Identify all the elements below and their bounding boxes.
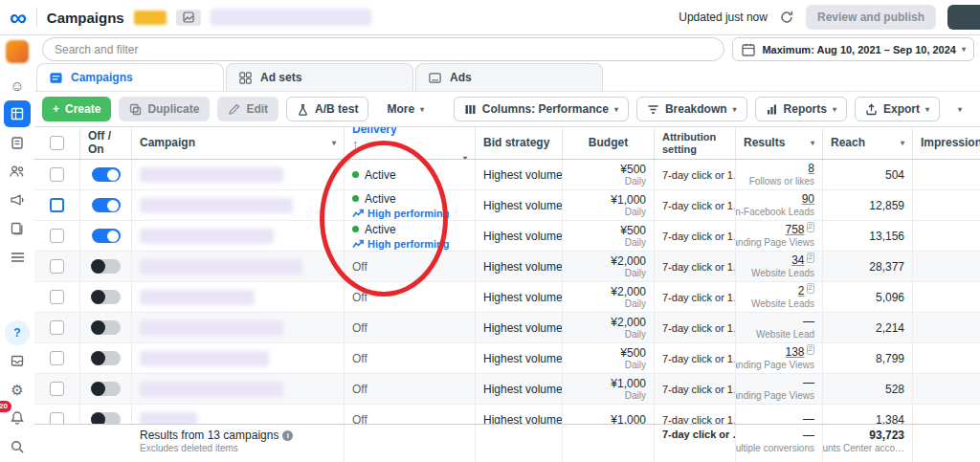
business-logo-redacted[interactable] bbox=[6, 40, 29, 63]
topbar-dark-cutoff-button[interactable] bbox=[947, 5, 980, 30]
sidebar-item-all-tools[interactable] bbox=[4, 244, 31, 271]
header-results[interactable]: Results▾ bbox=[736, 127, 823, 159]
results-footnote: 2 bbox=[807, 253, 814, 263]
create-button[interactable]: +Create bbox=[42, 97, 111, 121]
header-attribution[interactable]: Attribution setting bbox=[655, 127, 736, 159]
campaign-toggle[interactable] bbox=[92, 198, 121, 212]
export-icon bbox=[865, 103, 878, 116]
campaign-name-redacted[interactable] bbox=[140, 259, 302, 275]
campaign-toggle[interactable] bbox=[92, 382, 121, 396]
results-value[interactable]: 34 bbox=[791, 253, 804, 267]
columns-button[interactable]: Columns: Performance▾ bbox=[454, 97, 629, 121]
tab-ad-sets[interactable]: Ad sets bbox=[226, 63, 413, 91]
meta-logo-icon[interactable]: ∞ bbox=[10, 9, 27, 26]
footer-results-value: — bbox=[803, 429, 814, 442]
row-checkbox[interactable] bbox=[50, 198, 64, 212]
duplicate-button[interactable]: Duplicate bbox=[119, 97, 210, 121]
header-bid-strategy[interactable]: Bid strategy bbox=[476, 127, 563, 159]
date-range-picker[interactable]: Maximum: Aug 10, 2021 – Sep 10, 2024 ▾ bbox=[732, 37, 974, 61]
results-value[interactable]: 138 bbox=[786, 345, 805, 359]
row-checkbox[interactable] bbox=[50, 290, 64, 304]
search-input[interactable] bbox=[42, 37, 724, 61]
budget-value: ¥2,000 bbox=[611, 254, 646, 268]
row-checkbox[interactable] bbox=[50, 167, 64, 182]
results-value[interactable]: 8 bbox=[808, 162, 814, 175]
sidebar-item-pages[interactable] bbox=[4, 129, 31, 156]
reports-button[interactable]: Reports▾ bbox=[755, 97, 847, 121]
account-image-chip[interactable] bbox=[176, 10, 201, 26]
reach-value: 5,096 bbox=[823, 282, 913, 312]
campaign-toggle[interactable] bbox=[92, 229, 121, 243]
footer-results: — Multiple conversions bbox=[736, 425, 823, 462]
plus-icon: + bbox=[53, 102, 59, 116]
account-name-redacted[interactable] bbox=[211, 9, 371, 26]
results-value[interactable]: 2 bbox=[798, 284, 805, 297]
sidebar-item-search[interactable] bbox=[4, 433, 31, 460]
toggle-knob bbox=[107, 231, 119, 242]
campaign-toggle[interactable] bbox=[92, 259, 121, 274]
campaign-toggle[interactable] bbox=[92, 351, 121, 365]
row-checkbox[interactable] bbox=[50, 320, 64, 335]
campaign-name-redacted[interactable] bbox=[140, 412, 197, 425]
results-value[interactable]: — bbox=[803, 412, 814, 424]
bid-strategy-cell: Highest volume bbox=[476, 160, 563, 189]
results-value[interactable]: 758 bbox=[786, 223, 805, 236]
review-and-publish-button[interactable]: Review and publish bbox=[806, 5, 936, 30]
campaign-name-redacted[interactable] bbox=[140, 382, 283, 397]
account-badge-redacted[interactable] bbox=[134, 11, 167, 25]
campaign-toggle[interactable] bbox=[92, 412, 121, 424]
high-performing-badge: High performing bbox=[352, 208, 450, 219]
campaign-name-redacted[interactable] bbox=[140, 351, 269, 366]
row-checkbox[interactable] bbox=[50, 351, 64, 365]
more-button[interactable]: More▾ bbox=[376, 97, 434, 121]
header-impressions[interactable]: Impressions bbox=[913, 127, 980, 159]
sidebar-item-help[interactable]: ? bbox=[5, 320, 30, 345]
header-delivery[interactable]: Delivery↑▾ bbox=[345, 127, 476, 159]
export-button[interactable]: Export▾ bbox=[855, 97, 940, 121]
ab-test-button[interactable]: A/B test bbox=[286, 97, 368, 121]
table-header: Off / On Campaign▾ Delivery↑▾ Bid strate… bbox=[34, 127, 980, 160]
header-reach[interactable]: Reach▾ bbox=[823, 127, 913, 159]
row-checkbox[interactable] bbox=[50, 229, 64, 243]
info-icon[interactable]: i bbox=[282, 430, 293, 441]
more-options-caret-button[interactable]: ▾ bbox=[947, 97, 972, 121]
campaign-toggle[interactable] bbox=[92, 167, 121, 182]
header-campaign[interactable]: Campaign▾ bbox=[132, 127, 345, 159]
header-budget[interactable]: Budget bbox=[563, 127, 655, 159]
reach-value: 1,384 bbox=[823, 405, 913, 424]
campaign-name-redacted[interactable] bbox=[140, 167, 283, 183]
campaign-name-redacted[interactable] bbox=[140, 198, 293, 213]
results-label: On-Facebook Leads bbox=[736, 207, 814, 218]
campaign-toggle[interactable] bbox=[92, 290, 121, 304]
menu-icon bbox=[11, 252, 25, 263]
active-status-dot bbox=[352, 171, 359, 178]
tab-ads[interactable]: Ads bbox=[415, 63, 603, 91]
sidebar-item-ads[interactable] bbox=[4, 187, 31, 213]
campaign-name-redacted[interactable] bbox=[140, 290, 255, 305]
row-checkbox[interactable] bbox=[50, 382, 64, 396]
breakdown-button[interactable]: Breakdown▾ bbox=[636, 97, 747, 121]
campaign-name-redacted[interactable] bbox=[140, 229, 274, 244]
sidebar-item-account-overview[interactable]: ☺ bbox=[4, 72, 31, 99]
select-all-checkbox[interactable] bbox=[50, 136, 64, 150]
attribution-cell: 7-day click or 1… bbox=[655, 221, 736, 251]
budget-period: Daily bbox=[625, 298, 646, 310]
campaign-toggle[interactable] bbox=[92, 320, 121, 335]
campaigns-table: Off / On Campaign▾ Delivery↑▾ Bid strate… bbox=[34, 126, 980, 462]
sidebar-item-campaigns[interactable] bbox=[4, 100, 31, 127]
sidebar-item-billing[interactable] bbox=[4, 215, 31, 242]
refresh-icon[interactable] bbox=[779, 10, 794, 25]
edit-button[interactable]: Edit bbox=[217, 97, 278, 121]
sidebar-item-notifications[interactable]: 20 bbox=[4, 405, 31, 431]
tab-campaigns[interactable]: Campaigns bbox=[36, 63, 224, 91]
sidebar-item-settings[interactable]: ⚙ bbox=[4, 376, 31, 403]
tab-ads-label: Ads bbox=[450, 71, 472, 84]
campaign-name-redacted[interactable] bbox=[140, 320, 283, 336]
sidebar-item-audiences[interactable] bbox=[4, 158, 31, 185]
sidebar-item-inbox[interactable] bbox=[4, 347, 31, 374]
row-checkbox[interactable] bbox=[50, 259, 64, 274]
results-value[interactable]: — bbox=[803, 376, 814, 389]
results-value[interactable]: — bbox=[803, 315, 814, 328]
results-value[interactable]: 90 bbox=[802, 192, 814, 206]
row-checkbox[interactable] bbox=[50, 412, 64, 424]
